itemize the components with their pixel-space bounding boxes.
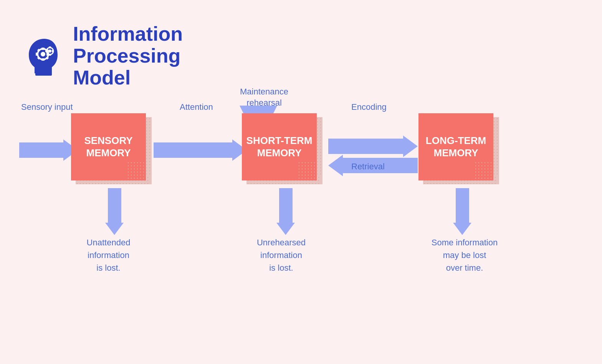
brain-icon (23, 35, 65, 77)
st-lost-label: Unrehearsed information is lost. (248, 236, 315, 274)
attention-text: Attention (180, 102, 213, 112)
lt-lost-label: Some information may be lost over time. (418, 236, 511, 274)
svg-rect-4 (41, 58, 45, 61)
longterm-box-front: LONG-TERM MEMORY (418, 113, 493, 180)
svg-point-12 (48, 50, 51, 53)
retrieval-label: Retrieval (351, 161, 385, 172)
sensory-input-text: Sensory input (21, 102, 73, 112)
sensory-lost-label: Unattended information is lost. (75, 236, 142, 274)
input-arrow (19, 139, 78, 161)
svg-point-2 (41, 52, 45, 56)
shortterm-memory-box: SHORT-TERM MEMORY (242, 113, 322, 184)
input-arrow-body (19, 142, 63, 158)
shortterm-memory-label: SHORT-TERM MEMORY (246, 135, 313, 159)
title-line1: Information (73, 23, 183, 45)
st-to-lt-head (403, 136, 418, 157)
title-line2: Processing (73, 45, 180, 67)
svg-rect-16 (52, 50, 54, 52)
st-to-lt-body (328, 139, 403, 154)
lt-to-st-head (328, 155, 343, 176)
sensory-down-body (108, 188, 121, 223)
lt-down-body (456, 188, 469, 223)
s-to-st-arrow (154, 139, 247, 161)
lt-down-arrow (453, 188, 471, 235)
st-to-lt-arrow (328, 136, 418, 157)
lt-down-head (453, 223, 471, 235)
maintenance-rehearsal-label: Maintenance rehearsal (240, 86, 288, 108)
longterm-memory-box: LONG-TERM MEMORY (418, 113, 499, 184)
sensory-memory-label: SENSORY MEMORY (84, 135, 132, 159)
sensory-memory-box: SENSORY MEMORY (71, 113, 152, 184)
sensory-box-front: SENSORY MEMORY (71, 113, 146, 180)
svg-rect-0 (35, 73, 52, 76)
maintenance-line1: Maintenance (240, 87, 288, 96)
retrieval-text: Retrieval (351, 162, 385, 171)
sensory-down-head (105, 223, 124, 235)
st-down-arrow (276, 188, 295, 235)
svg-rect-5 (36, 53, 38, 56)
encoding-label: Encoding (351, 102, 387, 113)
shortterm-box-front: SHORT-TERM MEMORY (242, 113, 317, 180)
encoding-text: Encoding (351, 102, 387, 112)
title-text: Information Processing Model (73, 23, 183, 89)
svg-rect-3 (41, 48, 45, 50)
svg-rect-14 (49, 54, 51, 56)
st-down-head (276, 223, 295, 235)
svg-rect-15 (45, 50, 47, 52)
sensory-down-arrow (105, 188, 124, 235)
sensory-input-label: Sensory input (21, 102, 73, 113)
s-to-st-body (154, 142, 232, 158)
longterm-memory-label: LONG-TERM MEMORY (426, 135, 486, 159)
title-line3: Model (73, 66, 131, 89)
title-area: Information Processing Model (23, 23, 183, 89)
svg-rect-13 (49, 46, 51, 48)
attention-label: Attention (180, 102, 213, 113)
st-down-body (279, 188, 293, 223)
